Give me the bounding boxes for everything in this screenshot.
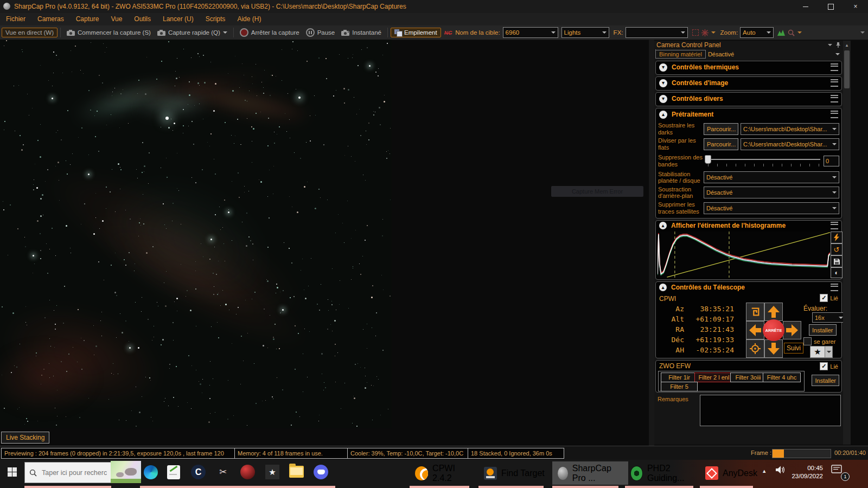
telescope-install-button[interactable]: Installer [809, 324, 837, 336]
slew-left-button[interactable] [746, 321, 764, 339]
satellite-trails-select[interactable]: Désactivé [704, 202, 839, 214]
menu-scripts[interactable]: Scripts [200, 13, 232, 25]
reticle-icon[interactable] [701, 29, 709, 36]
target-name-select[interactable]: 6960 [503, 27, 558, 38]
section-menu-icon[interactable] [831, 79, 838, 87]
section-menu-icon[interactable] [831, 111, 838, 118]
fx-select[interactable] [626, 27, 688, 38]
display-stretch-button[interactable]: ◐ [831, 267, 843, 278]
slew-up-button[interactable] [764, 303, 783, 321]
histogram-display-icon[interactable] [777, 29, 785, 36]
start-button[interactable] [0, 460, 24, 484]
section-menu-icon[interactable] [831, 95, 838, 102]
binning-select[interactable]: Désactivé [706, 51, 842, 57]
stabilization-select[interactable]: Désactivé [704, 171, 839, 183]
taskbar-app-sharpcap[interactable]: SharpCap Pro ... [552, 461, 628, 485]
section-header[interactable]: ▴ Contrôles du Télescope [656, 282, 841, 293]
filter-2-button[interactable]: Filter 2 l enl [694, 373, 733, 382]
live-stacking-tab[interactable]: Live Stacking [1, 432, 49, 444]
quick-capture-button[interactable]: Capture rapide (Q) [154, 28, 231, 37]
flats-browse-button[interactable]: Parcourir... [704, 138, 738, 150]
discord-icon[interactable] [314, 465, 328, 479]
goto-target-button[interactable] [746, 339, 764, 358]
frame-type-select[interactable]: Lights [561, 27, 609, 38]
banding-slider[interactable] [704, 154, 824, 168]
close-button[interactable]: × [843, 0, 868, 13]
section-header[interactable]: ▴ Prétraitement [656, 108, 841, 120]
stop-slew-button[interactable]: ARRÊTE [763, 319, 784, 341]
menu-cameras[interactable]: Cameras [31, 13, 70, 25]
photos-app-icon[interactable]: ★ [265, 465, 279, 479]
ccleaner-icon[interactable]: C [191, 465, 206, 479]
taskbar-app-phd2[interactable]: PHD2 Guiding... [625, 461, 703, 485]
filter-1-button[interactable]: Filter 1ir [661, 373, 698, 382]
taskbar-app-anydesk[interactable]: AnyDesk [700, 461, 763, 485]
taskbar-search[interactable] [24, 462, 120, 483]
chevron-down-icon[interactable] [711, 31, 716, 34]
notepad-app-icon[interactable] [167, 465, 180, 479]
rate-select[interactable]: 16x [812, 312, 846, 323]
remarks-textarea[interactable] [700, 395, 841, 426]
selection-area-icon[interactable] [692, 29, 699, 36]
banding-value-input[interactable]: 0 [824, 156, 839, 166]
magnifier-icon[interactable] [788, 29, 795, 36]
scrollbar-thumb[interactable] [844, 50, 850, 88]
reset-stretch-button[interactable]: ↺ [831, 243, 843, 255]
maximize-button[interactable] [818, 0, 843, 13]
pin-icon[interactable] [835, 42, 841, 48]
histogram-graph[interactable] [658, 232, 830, 278]
stacking-button[interactable]: Empilement [391, 28, 441, 37]
section-menu-icon[interactable] [831, 284, 838, 291]
menu-lancer[interactable]: Lancer (U) [157, 13, 200, 25]
darks-path-select[interactable]: C:\Users\marcb\Desktop\Shar... [741, 123, 839, 135]
background-subtract-select[interactable]: Désactivé [704, 187, 839, 198]
taskbar-app-cpwi[interactable]: CPWI 2.4.2 [410, 461, 479, 485]
section-menu-icon[interactable] [831, 222, 838, 229]
spiral-search-button[interactable] [746, 303, 764, 321]
filter-4-button[interactable]: Filter 4 uhc [763, 373, 801, 382]
desktop-preview-thumbnail[interactable] [111, 461, 141, 483]
edge-browser-icon[interactable] [144, 465, 158, 479]
efw-install-button[interactable]: Installer [812, 375, 839, 386]
tray-expand-icon[interactable]: ▴ [763, 467, 766, 474]
slew-down-button[interactable] [764, 339, 783, 358]
slider-track[interactable] [707, 159, 820, 160]
menu-vue[interactable]: Vue [105, 13, 128, 25]
search-input[interactable] [41, 468, 108, 477]
slew-right-button[interactable] [783, 321, 801, 339]
stop-capture-button[interactable]: Arrêter la capture [237, 27, 303, 38]
auto-stretch-button[interactable] [831, 232, 843, 243]
notification-center-button[interactable]: 1 [831, 465, 847, 479]
menu-aide[interactable]: Aide (H) [231, 13, 267, 25]
panel-chevron-icon[interactable] [828, 44, 832, 46]
filter-5-button[interactable]: Filter 5 [661, 382, 698, 391]
taskbar-app-find-target[interactable]: Find Target [478, 461, 553, 485]
volume-icon[interactable] [776, 465, 786, 477]
section-header[interactable]: ▴ Afficher l'étirement de l'histogramme [656, 221, 841, 230]
minimize-button[interactable] [793, 0, 818, 13]
flats-path-select[interactable]: C:\Users\marcb\Desktop\Shar... [741, 138, 839, 150]
filter-3-button[interactable]: Filter 3oiii [730, 373, 766, 382]
save-stretch-button[interactable] [831, 255, 843, 267]
pause-button[interactable]: Pause [303, 27, 339, 38]
section-header[interactable]: ▾ Contrôles d'image [656, 77, 841, 89]
chevron-down-icon[interactable] [797, 31, 802, 34]
file-explorer-icon[interactable] [289, 466, 304, 478]
toolbar-overflow-icon[interactable] [860, 31, 865, 34]
slider-thumb[interactable] [705, 155, 711, 164]
tracking-indicator[interactable]: Suivi [784, 343, 803, 354]
live-view-button[interactable]: Vue en direct (W) [2, 28, 58, 37]
tray-clock[interactable]: 00:45 23/09/2022 [789, 463, 823, 482]
menu-capture[interactable]: Capture [70, 13, 105, 25]
section-header[interactable]: ▾ Contrôles divers [656, 93, 841, 105]
section-header[interactable]: ▾ Contrôles thermiques [656, 61, 841, 73]
telescope-linked-checkbox[interactable]: ✓Lié [820, 294, 838, 302]
park-checkbox[interactable]: se garer [803, 337, 835, 345]
snapshot-button[interactable]: Instantané [338, 28, 385, 37]
section-menu-icon[interactable] [831, 63, 838, 71]
zoom-select[interactable]: Auto [740, 27, 774, 38]
red-app-icon[interactable] [240, 465, 255, 479]
start-capture-button[interactable]: Commencer la capture (S) [63, 28, 154, 37]
live-image-viewer[interactable] [0, 40, 392, 428]
menu-outils[interactable]: Outils [128, 13, 157, 25]
